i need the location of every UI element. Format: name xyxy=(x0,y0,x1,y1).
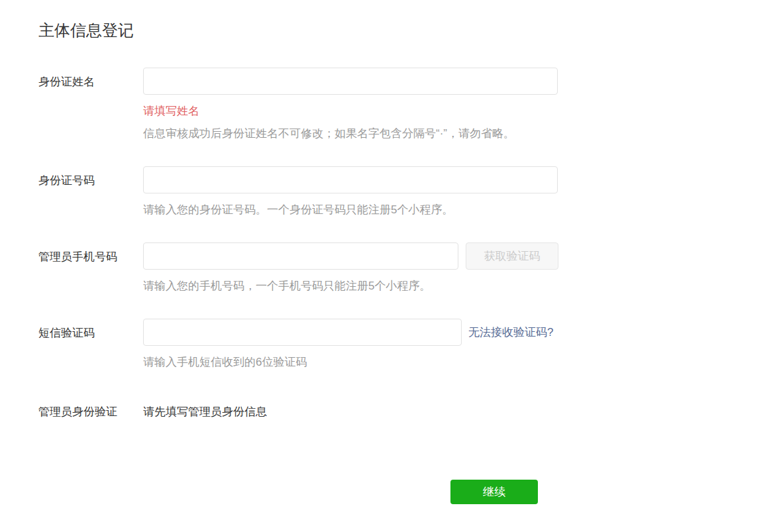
id-name-helper: 信息审核成功后身份证姓名不可修改；如果名字包含分隔号“·”，请勿省略。 xyxy=(143,126,781,142)
phone-label: 管理员手机号码 xyxy=(38,242,143,294)
identity-verify-text: 请先填写管理员身份信息 xyxy=(143,404,781,420)
registration-page: 主体信息登记 身份证姓名 请填写姓名 信息审核成功后身份证姓名不可修改；如果名字… xyxy=(0,0,781,532)
cannot-receive-code-link[interactable]: 无法接收验证码? xyxy=(468,325,553,340)
id-number-helper: 请输入您的身份证号码。一个身份证号码只能注册5个小程序。 xyxy=(143,202,781,218)
sms-code-input[interactable] xyxy=(143,319,462,346)
submit-area: 继续 xyxy=(38,480,781,504)
id-name-label: 身份证姓名 xyxy=(38,68,143,142)
page-title: 主体信息登记 xyxy=(38,20,781,41)
phone-input[interactable] xyxy=(143,242,458,270)
phone-helper: 请输入您的手机号码，一个手机号码只能注册5个小程序。 xyxy=(143,278,781,294)
id-number-input[interactable] xyxy=(143,166,558,193)
identity-verify-label: 管理员身份验证 xyxy=(38,404,143,420)
form-row-sms-code: 短信验证码 无法接收验证码? 请输入手机短信收到的6位验证码 xyxy=(38,319,781,370)
get-verification-code-button[interactable]: 获取验证码 xyxy=(466,242,558,270)
continue-button[interactable]: 继续 xyxy=(450,480,538,504)
form-row-id-name: 身份证姓名 请填写姓名 信息审核成功后身份证姓名不可修改；如果名字包含分隔号“·… xyxy=(38,68,781,142)
id-name-input[interactable] xyxy=(143,68,558,95)
form-row-id-number: 身份证号码 请输入您的身份证号码。一个身份证号码只能注册5个小程序。 xyxy=(38,166,781,218)
form-row-identity-verify: 管理员身份验证 请先填写管理员身份信息 xyxy=(38,404,781,420)
form-row-phone: 管理员手机号码 获取验证码 请输入您的手机号码，一个手机号码只能注册5个小程序。 xyxy=(38,242,781,294)
sms-code-helper: 请输入手机短信收到的6位验证码 xyxy=(143,354,781,370)
id-name-error: 请填写姓名 xyxy=(143,103,781,119)
sms-code-label: 短信验证码 xyxy=(38,319,143,370)
id-number-label: 身份证号码 xyxy=(38,166,143,218)
